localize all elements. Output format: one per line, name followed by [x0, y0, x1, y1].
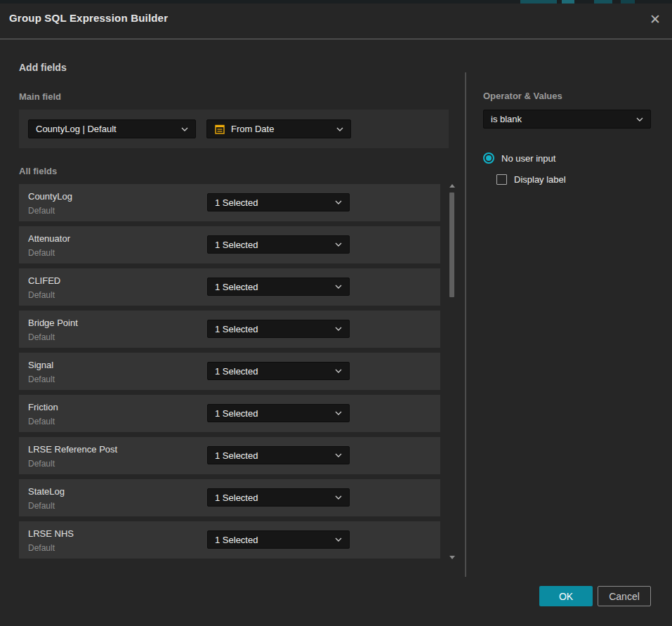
field-count-select[interactable]: 1 Selected: [207, 488, 350, 507]
field-row: Friction Default 1 Selected: [19, 395, 440, 432]
operator-select[interactable]: is blank: [483, 110, 651, 129]
column-divider: [465, 72, 466, 577]
field-count-select-value: 1 Selected: [215, 240, 329, 250]
chevron-down-icon: [335, 495, 342, 500]
field-row: StateLog Default 1 Selected: [19, 479, 440, 516]
field-count-select-value: 1 Selected: [215, 408, 329, 419]
background-app-remnant: [0, 0, 672, 4]
operator-values-label: Operator & Values: [483, 91, 562, 101]
checkbox-unchecked-icon: [496, 174, 507, 185]
field-count-select[interactable]: 1 Selected: [207, 446, 350, 464]
field-sublabel: Default: [28, 248, 55, 258]
field-row: Attenuator Default 1 Selected: [19, 226, 440, 263]
field-name: CountyLog: [28, 191, 72, 202]
field-sublabel: Default: [28, 417, 55, 426]
field-name: StateLog: [28, 486, 65, 497]
chevron-down-icon: [335, 242, 342, 247]
cancel-button[interactable]: Cancel: [598, 586, 651, 606]
scrollbar-down-arrow-icon[interactable]: [449, 556, 455, 559]
list-scrollbar: [448, 182, 456, 562]
all-fields-list: CountyLog Default 1 Selected Attenuator …: [19, 184, 440, 563]
field-count-select-value: 1 Selected: [215, 450, 329, 461]
field-row: CLIFED Default 1 Selected: [19, 268, 440, 306]
field-count-select[interactable]: 1 Selected: [207, 530, 350, 549]
field-count-select-value: 1 Selected: [215, 197, 329, 208]
scrollbar-thumb[interactable]: [449, 193, 454, 297]
field-row: Signal Default 1 Selected: [19, 353, 440, 390]
no-user-input-label: No user input: [501, 153, 555, 164]
field-count-select-value: 1 Selected: [215, 535, 329, 545]
background-remnant-fragment: [621, 0, 635, 4]
operator-select-value: is blank: [491, 114, 631, 124]
field-count-select-value: 1 Selected: [215, 366, 329, 377]
field-row: LRSE NHS Default 1 Selected: [19, 521, 440, 559]
field-count-select-value: 1 Selected: [215, 493, 329, 503]
field-name: LRSE NHS: [28, 528, 74, 539]
chevron-down-icon: [336, 127, 343, 131]
main-field-layer-select-value: CountyLog | Default: [36, 124, 176, 134]
field-sublabel: Default: [28, 459, 55, 469]
all-fields-label: All fields: [19, 166, 57, 176]
dialog-title: Group SQL Expression Builder: [9, 12, 168, 24]
scrollbar-up-arrow-icon[interactable]: [449, 184, 455, 188]
field-row: LRSE Reference Post Default 1 Selected: [19, 437, 440, 474]
background-remnant-fragment: [594, 0, 612, 4]
field-name: Friction: [28, 402, 58, 412]
add-fields-heading: Add fields: [19, 62, 67, 73]
field-count-select[interactable]: 1 Selected: [207, 320, 350, 338]
ok-button[interactable]: OK: [539, 586, 593, 606]
field-name: CLIFED: [28, 275, 60, 286]
radio-selected-icon: [483, 152, 494, 164]
chevron-down-icon: [335, 369, 342, 373]
field-sublabel: Default: [28, 501, 55, 511]
field-row: CountyLog Default 1 Selected: [19, 184, 440, 221]
field-sublabel: Default: [28, 206, 55, 216]
main-field-date-select-value: From Date: [231, 124, 331, 134]
chevron-down-icon: [335, 411, 342, 415]
field-count-select[interactable]: 1 Selected: [207, 235, 350, 254]
field-name: Attenuator: [28, 233, 70, 244]
main-field-date-select[interactable]: From Date: [206, 119, 351, 138]
chevron-down-icon: [636, 117, 643, 122]
chevron-down-icon: [335, 327, 342, 331]
background-remnant-fragment: [562, 0, 574, 4]
field-count-select-value: 1 Selected: [215, 282, 329, 292]
main-field-label: Main field: [19, 91, 61, 102]
field-count-select-value: 1 Selected: [215, 324, 329, 334]
group-sql-expression-builder-dialog: { "colors": { "accent_teal": "#0b8ba1", …: [0, 0, 672, 626]
close-icon[interactable]: ✕: [645, 8, 666, 30]
main-field-layer-select[interactable]: CountyLog | Default: [28, 119, 196, 138]
background-remnant-fragment: [520, 0, 557, 4]
field-name: Signal: [28, 360, 53, 370]
field-count-select[interactable]: 1 Selected: [207, 362, 350, 380]
field-count-select[interactable]: 1 Selected: [207, 404, 350, 422]
chevron-down-icon: [335, 453, 342, 457]
field-sublabel: Default: [28, 332, 55, 342]
field-name: Bridge Point: [28, 318, 78, 328]
title-divider: [0, 39, 672, 39]
field-name: LRSE Reference Post: [28, 444, 117, 455]
field-count-select[interactable]: 1 Selected: [207, 278, 350, 296]
calendar-date-icon: [214, 124, 225, 135]
field-sublabel: Default: [28, 374, 55, 384]
field-count-select[interactable]: 1 Selected: [207, 193, 350, 211]
field-row: Bridge Point Default 1 Selected: [19, 311, 440, 348]
chevron-down-icon: [335, 200, 342, 204]
chevron-down-icon: [335, 285, 342, 289]
field-sublabel: Default: [28, 290, 55, 300]
chevron-down-icon: [335, 537, 342, 542]
chevron-down-icon: [181, 127, 188, 131]
field-sublabel: Default: [28, 543, 55, 553]
display-label-checkbox[interactable]: Display label: [496, 174, 566, 185]
no-user-input-radio[interactable]: No user input: [483, 152, 555, 164]
display-label-text: Display label: [514, 174, 566, 185]
